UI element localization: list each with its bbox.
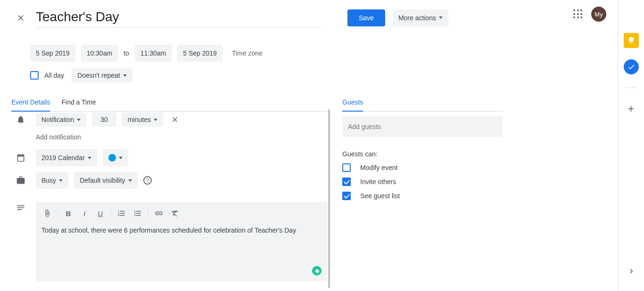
visibility-dropdown[interactable]: Default visibility <box>74 172 137 189</box>
close-icon <box>171 115 179 124</box>
numbered-list-button[interactable] <box>114 206 129 221</box>
add-notification-link[interactable]: Add notification <box>36 133 81 141</box>
lightbulb-icon <box>627 36 636 45</box>
all-day-checkbox[interactable] <box>30 71 39 80</box>
chevron-right-icon <box>627 267 636 276</box>
repeat-dropdown[interactable]: Doesn't repeat <box>72 68 132 82</box>
chevron-down-icon <box>439 16 443 19</box>
chevron-down-icon <box>123 74 127 77</box>
bulleted-list-button[interactable] <box>130 206 145 221</box>
list-ordered-icon <box>117 209 126 218</box>
sidepanel-divider <box>626 88 637 88</box>
save-button[interactable]: Save <box>347 9 385 26</box>
get-addons-button[interactable]: + <box>624 101 639 116</box>
see-guest-list-label: See guest list <box>360 192 400 200</box>
event-title-input[interactable] <box>36 8 321 28</box>
attach-button[interactable] <box>40 206 55 221</box>
collapse-sidepanel-button[interactable] <box>627 267 636 276</box>
tab-find-time[interactable]: Find a Time <box>61 94 96 112</box>
all-day-label: All day <box>44 72 64 79</box>
modify-event-checkbox[interactable] <box>342 163 351 172</box>
add-guests-input[interactable] <box>342 116 503 137</box>
briefcase-icon <box>16 176 25 185</box>
google-apps-icon[interactable] <box>572 8 584 20</box>
start-date-picker[interactable]: 5 Sep 2019 <box>30 45 75 62</box>
underline-button[interactable]: U <box>93 206 108 221</box>
chevron-down-icon <box>119 157 123 159</box>
chevron-down-icon <box>128 179 132 182</box>
tasks-addon-icon[interactable] <box>624 59 639 74</box>
plus-icon: + <box>627 102 634 115</box>
chevron-down-icon <box>77 119 81 121</box>
description-icon <box>16 203 25 212</box>
chevron-down-icon <box>88 157 91 159</box>
keep-addon-icon[interactable] <box>624 33 639 48</box>
grammarly-icon[interactable] <box>312 266 322 275</box>
help-icon[interactable]: ? <box>143 176 152 185</box>
bold-button[interactable]: B <box>61 206 76 221</box>
chevron-down-icon <box>154 119 157 121</box>
invite-others-checkbox[interactable] <box>342 178 351 186</box>
description-textarea[interactable]: Today at school, there were 6 performanc… <box>36 225 327 281</box>
notification-type-dropdown[interactable]: Notification <box>36 113 86 127</box>
description-toolbar: B I U <box>36 202 327 225</box>
more-actions-label: More actions <box>398 14 436 22</box>
clear-format-button[interactable] <box>167 206 182 221</box>
tab-event-details[interactable]: Event Details <box>11 94 50 112</box>
clear-format-icon <box>171 209 179 218</box>
chevron-down-icon <box>59 179 63 182</box>
calendar-icon <box>16 153 25 162</box>
modify-event-label: Modify event <box>360 164 397 171</box>
tab-guests[interactable]: Guests <box>342 94 363 112</box>
close-icon <box>16 13 25 23</box>
link-icon <box>155 209 163 218</box>
check-icon <box>627 63 636 71</box>
paperclip-icon <box>43 209 51 218</box>
color-swatch <box>108 154 116 162</box>
bell-icon <box>16 115 25 124</box>
invite-others-label: Invite others <box>360 178 396 186</box>
more-actions-button[interactable]: More actions <box>393 9 448 26</box>
account-avatar[interactable]: My <box>591 7 606 22</box>
end-time-picker[interactable]: 11:30am <box>135 45 172 62</box>
list-bullet-icon <box>133 209 142 218</box>
close-button[interactable] <box>11 8 30 27</box>
color-picker-dropdown[interactable] <box>103 149 128 166</box>
notification-value-input[interactable]: 30 <box>92 113 116 127</box>
remove-notification-button[interactable] <box>169 113 181 126</box>
italic-button[interactable]: I <box>77 206 92 221</box>
availability-dropdown[interactable]: Busy <box>36 172 68 189</box>
link-button[interactable] <box>151 206 166 221</box>
guests-can-label: Guests can: <box>342 150 503 158</box>
to-label: to <box>124 49 129 57</box>
notification-unit-dropdown[interactable]: minutes <box>122 113 163 127</box>
start-time-picker[interactable]: 10:30am <box>81 45 118 62</box>
scrollbar[interactable] <box>328 109 330 288</box>
timezone-link[interactable]: Time zone <box>232 49 263 57</box>
see-guest-list-checkbox[interactable] <box>342 192 351 200</box>
end-date-picker[interactable]: 5 Sep 2019 <box>177 45 223 62</box>
calendar-select-dropdown[interactable]: 2019 Calendar <box>36 149 97 166</box>
